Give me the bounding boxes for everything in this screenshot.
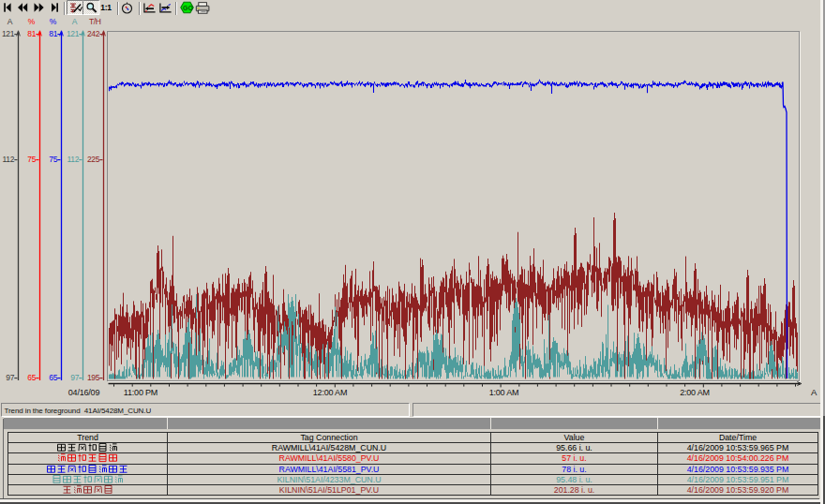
svg-text:GO: GO: [183, 5, 193, 11]
